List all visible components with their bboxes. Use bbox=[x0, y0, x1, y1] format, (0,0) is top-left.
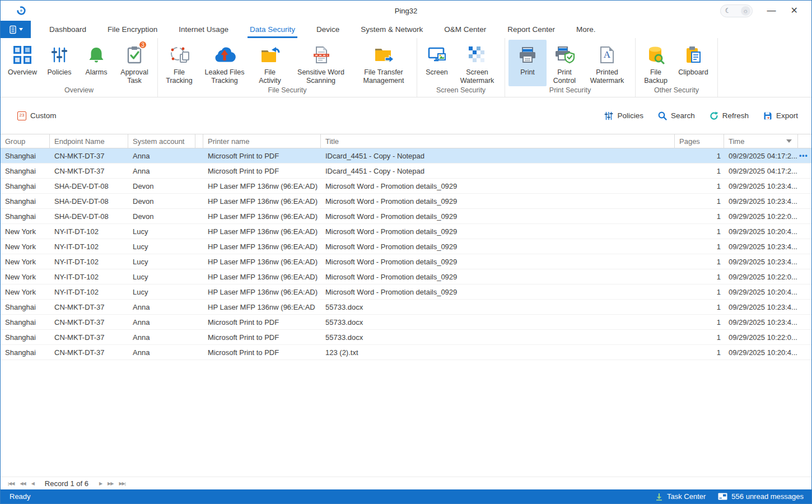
table-row[interactable]: ShanghaiCN-MKT-DT-37AnnaMicrosoft Print … bbox=[1, 164, 811, 179]
table-row[interactable]: New YorkNY-IT-DT-102LucyHP Laser MFP 136… bbox=[1, 284, 811, 300]
table-row[interactable]: New YorkNY-IT-DT-102LucyHP Laser MFP 136… bbox=[1, 239, 811, 254]
table-row[interactable]: ShanghaiSHA-DEV-DT-08DevonHP Laser MFP 1… bbox=[1, 194, 811, 209]
column-header-time[interactable]: Time bbox=[724, 134, 798, 148]
approval-task-badge: 3 bbox=[138, 40, 147, 49]
theme-toggle[interactable]: ☾ ☼ bbox=[720, 4, 753, 17]
column-header-title[interactable]: Title bbox=[321, 134, 675, 148]
table-cell: 123 (2).txt bbox=[321, 345, 675, 360]
table-cell: 1 bbox=[675, 194, 724, 208]
next-page-button[interactable]: ▶ bbox=[99, 481, 102, 486]
table-row[interactable]: ShanghaiCN-MKT-DT-37AnnaHP Laser MFP 136… bbox=[1, 300, 811, 315]
tab-more-[interactable]: More. bbox=[574, 21, 598, 38]
table-cell: NY-IT-DT-102 bbox=[50, 239, 128, 254]
fast-next-page-button[interactable]: ▶▶ bbox=[108, 481, 113, 486]
table-row[interactable]: ShanghaiSHA-DEV-DT-08DevonHP Laser MFP 1… bbox=[1, 179, 811, 194]
prev-page-button[interactable]: ◀ bbox=[31, 481, 34, 486]
tab-file-encryption[interactable]: File Encryption bbox=[105, 21, 160, 38]
column-header-system-account[interactable]: System account bbox=[128, 134, 195, 148]
table-row[interactable]: New YorkNY-IT-DT-102LucyHP Laser MFP 136… bbox=[1, 269, 811, 284]
table-cell: CN-MKT-DT-37 bbox=[50, 330, 128, 344]
ribbon-item-sensitive-word-scanning[interactable]: Sensitive Word Scanning bbox=[288, 40, 354, 86]
ribbon-item-file-tracking[interactable]: File Tracking bbox=[161, 40, 197, 86]
ribbon-item-screen[interactable]: Screen bbox=[421, 40, 453, 86]
refresh-button[interactable]: Refresh bbox=[710, 111, 749, 120]
table-cell: HP Laser MFP 136nw (96:EA:AD) bbox=[203, 209, 321, 223]
unread-messages-button[interactable]: 556 unread messages bbox=[718, 492, 804, 501]
table-cell: 55733.docx bbox=[321, 330, 675, 344]
table-row[interactable]: New YorkNY-IT-DT-102LucyHP Laser MFP 136… bbox=[1, 254, 811, 269]
table-row[interactable]: ShanghaiCN-MKT-DT-37AnnaMicrosoft Print … bbox=[1, 148, 811, 164]
tab-report-center[interactable]: Report Center bbox=[505, 21, 557, 38]
column-header-pages[interactable]: Pages bbox=[675, 134, 724, 148]
ribbon-item-file-activity[interactable]: File Activity bbox=[252, 40, 288, 86]
export-button[interactable]: Export bbox=[763, 111, 798, 120]
table-cell: New York bbox=[1, 254, 50, 269]
table-row[interactable]: New YorkNY-IT-DT-102LucyHP Laser MFP 136… bbox=[1, 224, 811, 239]
row-actions-menu bbox=[798, 330, 812, 344]
table-row[interactable]: ShanghaiCN-MKT-DT-37AnnaMicrosoft Print … bbox=[1, 345, 811, 360]
table-cell bbox=[195, 345, 203, 360]
time-filter-icon[interactable] bbox=[786, 139, 792, 143]
row-actions-menu bbox=[798, 164, 812, 178]
search-button[interactable]: Search bbox=[658, 111, 695, 120]
light-mode-icon[interactable]: ☼ bbox=[741, 6, 750, 16]
ribbon-item-print[interactable]: Print bbox=[508, 40, 547, 86]
tab-dashboard[interactable]: Dashboard bbox=[47, 21, 88, 38]
ribbon-item-approval-task[interactable]: 3 Approval Task bbox=[115, 40, 154, 86]
column-header-group[interactable]: Group bbox=[1, 134, 50, 148]
table-row[interactable]: ShanghaiSHA-DEV-DT-08DevonHP Laser MFP 1… bbox=[1, 209, 811, 224]
table-cell bbox=[195, 239, 203, 254]
column-header-printer-name[interactable]: Printer name bbox=[203, 134, 321, 148]
overview-grid-icon bbox=[13, 46, 31, 64]
ribbon-item-screen-watermark[interactable]: Screen Watermark bbox=[453, 40, 501, 86]
ribbon-group-label: File Security bbox=[158, 86, 417, 97]
table-cell: 1 bbox=[675, 224, 724, 239]
custom-date-filter-button[interactable]: 23 Custom bbox=[17, 111, 57, 120]
row-actions-menu bbox=[798, 315, 812, 329]
ribbon-item-leaked-files-tracking[interactable]: Leaked Files Tracking bbox=[197, 40, 252, 86]
print-control-icon bbox=[554, 45, 575, 64]
tab-data-security[interactable]: Data Security bbox=[248, 21, 297, 38]
task-center-button[interactable]: Task Center bbox=[655, 492, 706, 501]
table-row[interactable]: ShanghaiCN-MKT-DT-37AnnaMicrosoft Print … bbox=[1, 315, 811, 330]
table-cell: 09/29/2025 10:22:0... bbox=[724, 330, 798, 344]
table-cell bbox=[195, 269, 203, 284]
ribbon-item-print-control[interactable]: Print Control bbox=[547, 40, 582, 86]
app-menu-icon bbox=[8, 25, 17, 34]
pagination-bar: |◀◀ ◀◀ ◀ Record 1 of 6 ▶ ▶▶ ▶▶| bbox=[1, 477, 811, 489]
tab-device[interactable]: Device bbox=[314, 21, 342, 38]
table-cell: 55733.docx bbox=[321, 300, 675, 314]
table-cell: Lucy bbox=[128, 254, 195, 269]
ribbon-item-printed-watermark[interactable]: A Printed Watermark bbox=[582, 40, 632, 86]
ribbon-group-label: Print Security bbox=[505, 86, 635, 97]
policies-button[interactable]: Policies bbox=[604, 111, 643, 120]
table-row[interactable]: ShanghaiCN-MKT-DT-37AnnaMicrosoft Print … bbox=[1, 330, 811, 345]
close-button[interactable]: ✕ bbox=[791, 6, 798, 15]
table-cell: HP Laser MFP 136nw (96:EA:AD) bbox=[203, 239, 321, 254]
tab-o-m-center[interactable]: O&M Center bbox=[442, 21, 488, 38]
ribbon-item-overview[interactable]: Overview bbox=[4, 40, 41, 86]
ribbon-item-policies[interactable]: Policies bbox=[41, 40, 78, 86]
column-header-endpoint-name[interactable]: Endpoint Name bbox=[50, 134, 128, 148]
column-header-spacer bbox=[195, 134, 203, 148]
ribbon-item-alarms[interactable]: Alarms bbox=[78, 40, 115, 86]
app-menu-button[interactable] bbox=[1, 21, 31, 38]
table-cell: 1 bbox=[675, 209, 724, 223]
last-page-button[interactable]: ▶▶| bbox=[119, 481, 125, 486]
tab-internet-usage[interactable]: Internet Usage bbox=[176, 21, 231, 38]
fast-prev-page-button[interactable]: ◀◀ bbox=[20, 481, 25, 486]
table-cell: 1 bbox=[675, 254, 724, 269]
table-cell: SHA-DEV-DT-08 bbox=[50, 179, 128, 193]
tab-system-network[interactable]: System & Network bbox=[358, 21, 425, 38]
row-actions-menu[interactable]: ••• bbox=[798, 148, 812, 163]
table-cell: 09/29/2025 10:20:4... bbox=[724, 284, 798, 299]
table-cell: 1 bbox=[675, 179, 724, 193]
ribbon-item-file-transfer-management[interactable]: File Transfer Management bbox=[354, 40, 413, 86]
first-page-button[interactable]: |◀◀ bbox=[8, 481, 14, 486]
dark-mode-icon[interactable]: ☾ bbox=[725, 7, 731, 15]
statusbar: Ready Task Center 556 unread messages bbox=[1, 489, 811, 503]
screen-monitor-icon bbox=[427, 45, 447, 64]
ribbon-item-file-backup[interactable]: File Backup bbox=[639, 40, 673, 86]
minimize-button[interactable]: — bbox=[767, 6, 776, 15]
ribbon-item-clipboard[interactable]: Clipboard bbox=[673, 40, 714, 86]
